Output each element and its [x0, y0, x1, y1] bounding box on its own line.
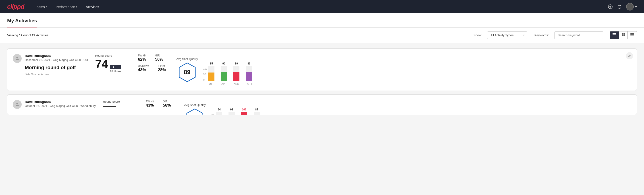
- score-value: 74: [95, 58, 108, 70]
- bar-arg-value: 106: [242, 108, 246, 111]
- chevron-down-icon: ▾: [76, 6, 77, 8]
- page-title: My Activities: [7, 18, 37, 28]
- chevron-down-icon: ▾: [46, 6, 47, 8]
- nav-activities[interactable]: Activities: [85, 3, 100, 10]
- refresh-button[interactable]: [617, 4, 622, 9]
- activity-type-filter[interactable]: All Activity Types: [487, 32, 527, 39]
- card-date: December 05, 2021 - Gog Magog Golf Club …: [25, 58, 88, 62]
- bar-ott-value: 85: [210, 62, 213, 65]
- bar-app-fill: [221, 72, 227, 81]
- bar-chart-container: 100 50 0 85 OTT 90: [203, 54, 252, 85]
- fw-hit-value: 62%: [138, 57, 146, 62]
- show-label: Show:: [474, 34, 482, 37]
- svg-rect-12: [630, 35, 634, 36]
- updown-stat: Up/Down 43%: [138, 64, 149, 72]
- logo[interactable]: clippd: [7, 3, 24, 10]
- activity-card: Dave Billingham December 05, 2021 - Gog …: [7, 48, 637, 91]
- bar-putt-fill: [246, 72, 252, 81]
- gir-stat: GIR 56%: [163, 100, 171, 108]
- bar-arg-outer: [233, 66, 240, 81]
- bar-app-value: 90: [222, 62, 226, 65]
- bar-putt-label: PUTT: [246, 82, 252, 85]
- view-grid-button[interactable]: [619, 32, 628, 39]
- chevron-down-icon: ▾: [635, 5, 637, 9]
- round-score-label: Round Score: [103, 100, 120, 103]
- bar-arg: 89 ARG: [233, 62, 240, 85]
- svg-rect-6: [622, 33, 623, 34]
- bar-putt: 87 PUTT: [254, 108, 260, 115]
- view-list-compact-button[interactable]: [610, 32, 619, 39]
- nav-actions: ▾: [608, 3, 637, 10]
- round-score-label: Round Score: [95, 54, 112, 57]
- bar-arg-label: ARG: [234, 82, 239, 85]
- nav-performance[interactable]: Performance ▾: [55, 3, 78, 10]
- gir-label: GIR: [155, 54, 163, 57]
- bar-chart-container: 100 50 0 94 OTT 93: [211, 100, 260, 115]
- bar-putt: 89 PUTT: [246, 62, 252, 85]
- bar-putt-value: 89: [248, 62, 250, 65]
- edit-button[interactable]: [626, 52, 633, 59]
- bar-arg-value: 89: [235, 62, 238, 65]
- stat-row-1: FW Hit 43% GIR 56%: [146, 100, 177, 108]
- svg-rect-4: [612, 34, 616, 35]
- bar-app: 90 APP: [221, 62, 227, 85]
- bar-ott-outer: [216, 112, 222, 115]
- gir-value: 56%: [163, 103, 171, 108]
- stat-row-2: Up/Down 43% 1 Putt 28%: [138, 64, 169, 72]
- svg-rect-8: [622, 35, 623, 36]
- nav-activities-label: Activities: [86, 5, 99, 9]
- fw-hit-value: 43%: [146, 103, 154, 108]
- avatar: [13, 100, 22, 109]
- shot-quality-hexagon: Avg Shot Quality: [184, 103, 206, 115]
- card-stats: FW Hit 62% GIR 50% Up/Down 43% 1 Putt 28…: [138, 54, 169, 72]
- viewing-count: 12: [19, 34, 22, 37]
- one-putt-label: 1 Putt: [158, 64, 166, 68]
- svg-point-16: [16, 103, 18, 104]
- bar-app-outer: [221, 66, 227, 81]
- chart-y-axis: 100 50 0: [203, 68, 207, 85]
- score-main: 74 +4 18 Holes: [95, 58, 121, 73]
- keywords-label: Keywords:: [534, 34, 549, 37]
- view-toggle: [610, 31, 637, 39]
- activity-title: Morning round of golf: [25, 65, 88, 70]
- user-icon: [15, 102, 20, 107]
- page-header: My Activities: [0, 14, 644, 28]
- avatar: [626, 3, 634, 10]
- navbar: clippd Teams ▾ Performance ▾ Activities: [0, 0, 644, 14]
- svg-rect-3: [612, 33, 616, 34]
- hexagon-shape: [186, 108, 204, 115]
- svg-rect-10: [630, 33, 634, 34]
- bar-ott: 85 OTT: [208, 62, 214, 85]
- bar-app: 93 APP: [228, 108, 235, 115]
- user-name: Dave Billingham: [25, 100, 96, 104]
- nav-performance-label: Performance: [56, 5, 75, 9]
- activities-list: Dave Billingham December 05, 2021 - Gog …: [0, 43, 644, 124]
- search-input[interactable]: [554, 32, 604, 39]
- card-user-info: Dave Billingham December 05, 2021 - Gog …: [25, 54, 88, 76]
- svg-rect-5: [612, 36, 616, 36]
- y-label-50: 50: [203, 73, 207, 76]
- chart-y-axis: 100 50 0: [211, 113, 215, 115]
- view-list-full-button[interactable]: [628, 32, 637, 39]
- data-source: Data Source: Arccos: [25, 73, 88, 76]
- svg-point-14: [16, 57, 18, 58]
- add-button[interactable]: [608, 4, 613, 9]
- shot-quality-label: Avg Shot Quality: [176, 57, 198, 61]
- bar-ott: 94 OTT: [216, 108, 222, 115]
- nav-teams[interactable]: Teams ▾: [34, 3, 48, 10]
- gir-stat: GIR 50%: [155, 54, 163, 62]
- shot-quality-section: Avg Shot Quality 100 50 0 94: [184, 100, 631, 115]
- bar-putt-value: 87: [255, 108, 258, 111]
- svg-rect-11: [630, 34, 634, 34]
- shot-quality-hexagon: Avg Shot Quality 89: [176, 57, 198, 82]
- bar-ott-value: 94: [218, 108, 220, 111]
- holes-count: 18 Holes: [110, 70, 121, 73]
- fw-hit-stat: FW Hit 43%: [146, 100, 154, 108]
- activity-type-select[interactable]: All Activity Types: [487, 32, 527, 39]
- one-putt-stat: 1 Putt 28%: [158, 64, 166, 72]
- user-menu[interactable]: ▾: [626, 3, 637, 10]
- bar-chart: 94 OTT 93 APP 106: [216, 104, 260, 115]
- bar-app-outer: [228, 112, 235, 115]
- fw-hit-label: FW Hit: [146, 100, 154, 103]
- hexagon-value: 89: [184, 69, 190, 76]
